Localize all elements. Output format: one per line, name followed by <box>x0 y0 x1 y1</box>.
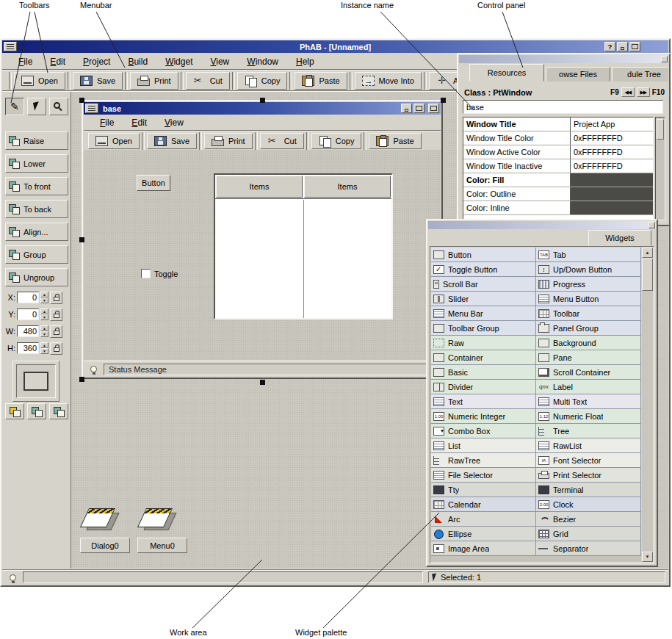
menu-window[interactable]: Window <box>238 55 287 68</box>
tile-windows-button[interactable] <box>27 403 46 419</box>
menu-help[interactable]: Help <box>287 55 323 68</box>
widget-rawtree[interactable]: RawTree <box>431 453 536 468</box>
spin-down-icon[interactable] <box>40 348 48 354</box>
lower-button[interactable]: Lower <box>5 154 68 173</box>
help-button[interactable]: ? <box>604 42 615 51</box>
list-body[interactable] <box>215 200 391 318</box>
raise-button[interactable]: Raise <box>5 131 68 150</box>
widget-list[interactable]: List <box>431 438 536 453</box>
base-maximize-button[interactable] <box>413 104 424 113</box>
resize-handle-bottom-left[interactable] <box>79 377 84 382</box>
base-minimize-button[interactable] <box>401 104 412 113</box>
menu-view[interactable]: View <box>156 116 192 129</box>
palette-title-strip[interactable] <box>428 221 656 229</box>
widget-numeric-float[interactable]: 1.12Numeric Float <box>536 409 641 424</box>
widget-button[interactable]: Button <box>431 248 536 262</box>
widget-menu-bar[interactable]: Menu Bar <box>431 306 536 321</box>
next-resource-button[interactable] <box>637 87 650 97</box>
designed-list-widget[interactable]: Items Items <box>214 173 393 320</box>
control-panel-title-strip[interactable] <box>459 55 668 63</box>
window-menu-button[interactable] <box>4 42 17 51</box>
property-row[interactable]: Color: Outline <box>463 187 653 201</box>
base-save-button[interactable]: Save <box>147 133 197 149</box>
widget-ellipse[interactable]: Ellipse <box>431 527 536 541</box>
widget-calendar[interactable]: Calendar <box>431 497 536 512</box>
widget-menu-button[interactable]: Menu Button <box>536 292 641 306</box>
widget-slider[interactable]: Slider <box>431 292 536 306</box>
spin-up-icon[interactable] <box>40 308 48 314</box>
widget-image-area[interactable]: Image Area <box>431 541 536 556</box>
anchor-preview[interactable] <box>12 361 59 402</box>
x-value-field[interactable]: 0 <box>17 292 39 303</box>
spin-up-icon[interactable] <box>40 325 48 331</box>
module-label[interactable]: Dialog0 <box>80 538 130 553</box>
spin-up-icon[interactable] <box>40 342 48 348</box>
widget-font-selector[interactable]: fAFont Selector <box>536 453 641 468</box>
widget-arc[interactable]: Arc <box>431 512 536 527</box>
widget-bezier[interactable]: Bezier <box>536 512 641 527</box>
spin-up-icon[interactable] <box>40 292 48 297</box>
base-title-bar[interactable]: base <box>84 102 441 115</box>
align-button[interactable]: Align... <box>5 223 68 241</box>
property-row[interactable]: Color: Inline <box>463 201 653 215</box>
widget-file-selector[interactable]: File Selector <box>431 468 536 483</box>
spin-down-icon[interactable] <box>40 331 48 337</box>
menu-widget[interactable]: Widget <box>156 55 201 68</box>
palette-scrollbar[interactable] <box>642 248 653 562</box>
widget-text[interactable]: Text <box>431 394 536 409</box>
y-value-field[interactable]: 0 <box>17 308 39 320</box>
design-canvas[interactable]: Button Items Items Toggle <box>84 150 441 360</box>
instance-name-input[interactable] <box>463 100 663 114</box>
widget-up-down-button[interactable]: Up/Down Button <box>536 262 641 277</box>
widget-pane[interactable]: Pane <box>536 350 641 365</box>
h-value-field[interactable]: 360 <box>17 342 39 354</box>
widget-multi-text[interactable]: Multi Text <box>536 394 641 409</box>
menu-file[interactable]: File <box>91 116 123 129</box>
to-back-button[interactable]: To back <box>5 200 68 218</box>
property-row[interactable]: Window Title Color0xFFFFFFFD <box>463 131 653 145</box>
widget-scroll-bar[interactable]: Scroll Bar <box>431 277 536 292</box>
widget-toggle-button[interactable]: Toggle Button <box>431 262 536 277</box>
property-row[interactable]: Window Title Inactive0xFFFFFFFD <box>463 159 653 173</box>
module-menu0[interactable]: Menu0 <box>137 507 189 557</box>
spin-down-icon[interactable] <box>40 314 48 320</box>
scroll-up-icon[interactable] <box>642 248 653 258</box>
widget-toolbar-group[interactable]: Toolbar Group <box>431 321 536 336</box>
designed-button-widget[interactable]: Button <box>137 175 170 191</box>
widget-progress[interactable]: Progress <box>536 277 641 292</box>
resize-handle-top-center[interactable] <box>260 98 265 103</box>
menu-project[interactable]: Project <box>74 55 119 68</box>
list-header-cell[interactable]: Items <box>216 176 303 198</box>
cut-button[interactable]: Cut <box>186 72 230 90</box>
widget-tree[interactable]: Tree <box>536 424 641 438</box>
checkbox-icon[interactable] <box>141 269 151 278</box>
spin-down-icon[interactable] <box>40 297 48 303</box>
minimize-button[interactable] <box>617 42 628 51</box>
panel-maximize-button[interactable] <box>661 56 668 62</box>
scroll-down-icon[interactable] <box>642 552 653 562</box>
base-print-button[interactable]: Print <box>204 133 253 149</box>
property-table-scrollbar[interactable] <box>655 117 665 220</box>
widget-numeric-integer[interactable]: 1.00Numeric Integer <box>431 409 536 424</box>
resize-handle-top-right[interactable] <box>441 98 446 103</box>
tab-browse-files[interactable]: owse Files <box>546 67 610 82</box>
widget-grid[interactable]: Grid <box>536 527 641 541</box>
widget-rawlist[interactable]: RawList <box>536 438 641 453</box>
property-row[interactable]: Window Active Color0xFFFFFFFD <box>463 145 653 159</box>
y-lock-button[interactable] <box>50 308 62 321</box>
widget-container[interactable]: Container <box>431 350 536 365</box>
x-lock-button[interactable] <box>50 292 62 304</box>
widget-raw[interactable]: Raw <box>431 336 536 350</box>
next-window-button[interactable] <box>49 403 68 419</box>
ungroup-button[interactable]: Ungroup <box>5 268 68 286</box>
zoom-tool-button[interactable] <box>49 98 68 115</box>
widget-scroll-container[interactable]: Scroll Container <box>536 365 641 380</box>
h-lock-button[interactable] <box>50 342 62 355</box>
resize-handle-bottom-center[interactable] <box>260 380 265 385</box>
paste-button[interactable]: Paste <box>295 72 347 90</box>
menu-edit[interactable]: Edit <box>123 116 156 129</box>
widget-background[interactable]: Background <box>536 336 641 350</box>
widget-panel-group[interactable]: Panel Group <box>536 321 641 336</box>
prev-resource-button[interactable] <box>621 87 635 97</box>
tab-module-tree[interactable]: dule Tree <box>612 67 668 82</box>
